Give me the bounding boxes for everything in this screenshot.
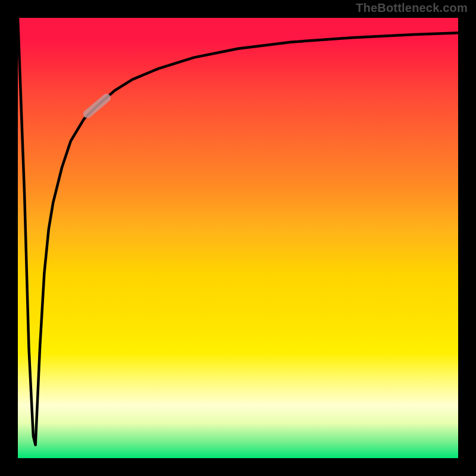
watermark-text: TheBottleneck.com <box>356 1 468 15</box>
bottleneck-curve <box>18 18 458 458</box>
curve-path <box>18 18 458 445</box>
chart-frame: TheBottleneck.com <box>0 0 476 476</box>
plot-area <box>18 18 458 458</box>
